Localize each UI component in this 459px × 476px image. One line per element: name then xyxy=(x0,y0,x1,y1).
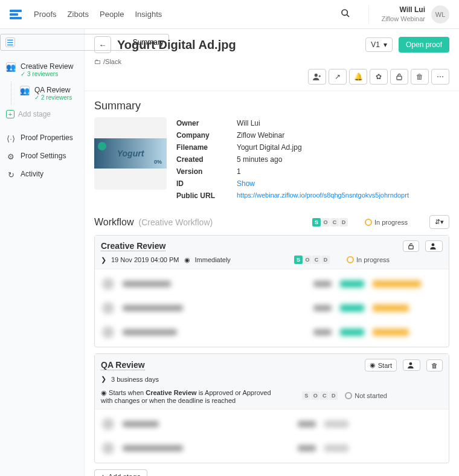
section-heading-summary: Summary xyxy=(85,91,459,117)
stage-delete-button[interactable]: 🗑 xyxy=(426,359,443,371)
workflow-diagram-button[interactable]: ⇵▾ xyxy=(429,215,449,229)
nav-people[interactable]: People xyxy=(100,10,124,19)
summary-table: OwnerWill Lui CompanyZiflow Webinar File… xyxy=(176,117,449,202)
sidebar-item-creative-review[interactable]: 👥 Creative Review ✓ 3 reviewers xyxy=(0,58,84,82)
more-button[interactable]: ⋯ xyxy=(431,69,449,85)
reviewer-count: ✓ 3 reviewers xyxy=(21,71,73,77)
stage-deadline[interactable]: 19 Nov 2019 04:00 PM xyxy=(111,256,179,263)
field-value: Will Lui xyxy=(237,119,260,127)
stage-start-button[interactable]: ◉ Start xyxy=(365,359,397,371)
nav-proofs[interactable]: Proofs xyxy=(34,10,57,19)
user-name: Will Lui xyxy=(381,5,425,15)
nav-zibots[interactable]: Zibots xyxy=(68,10,89,19)
avatar[interactable]: WL xyxy=(431,5,449,24)
new-version-button[interactable]: ✿ xyxy=(370,69,388,85)
unlock-button[interactable] xyxy=(390,69,408,85)
main: ← Yogurt Digital Ad.jpg V1▾ Open proof 🗀… xyxy=(85,29,459,476)
add-stage-button[interactable]: +Add stage xyxy=(94,469,147,476)
svg-rect-4 xyxy=(409,246,413,249)
search-icon[interactable] xyxy=(341,8,350,21)
chevron-right-icon[interactable]: ❯ xyxy=(101,256,106,264)
socd-indicator: SOCD xyxy=(312,218,348,227)
field-label: ID xyxy=(176,179,237,188)
stage-status: In progress xyxy=(347,256,390,263)
stage-name[interactable]: Creative Review xyxy=(101,241,165,251)
summary-icon: ☰ xyxy=(5,37,15,47)
sidebar-item-label: QA Review xyxy=(34,86,72,94)
socd-indicator: SOCD xyxy=(294,256,330,264)
properties-icon: ⟨·⟩ xyxy=(6,133,16,143)
user-company: Ziflow Webinar xyxy=(381,14,425,23)
field-label: Filename xyxy=(176,143,237,152)
user-block[interactable]: Will Lui Ziflow Webinar WL xyxy=(368,5,449,24)
thumb-label: Yogurt xyxy=(117,149,144,158)
stage-desc-bold: Creative Review xyxy=(146,389,196,396)
stage-name[interactable]: QA Review xyxy=(101,360,145,370)
notify-button[interactable]: 🔔 xyxy=(349,69,367,85)
reviewer-count: ✓ 2 reviewers xyxy=(34,94,72,101)
people-icon: 👥 xyxy=(6,62,16,72)
field-label: Company xyxy=(176,131,237,140)
sidebar-item-properties[interactable]: ⟨·⟩ Proof Properties xyxy=(0,129,84,147)
field-label: Version xyxy=(176,167,237,176)
version-dropdown[interactable]: V1▾ xyxy=(365,37,393,52)
field-label: Owner xyxy=(176,119,237,127)
field-value: Yogurt Digital Ad.jpg xyxy=(237,143,302,152)
svg-point-0 xyxy=(342,10,347,15)
logo[interactable] xyxy=(10,10,22,19)
breadcrumb[interactable]: 🗀/Slack xyxy=(85,58,459,69)
stage-lock-button[interactable] xyxy=(403,240,419,252)
socd-indicator: SOCD xyxy=(302,391,338,400)
field-label: Public URL xyxy=(176,191,237,200)
nav-links: Proofs Zibots People Insights xyxy=(34,10,162,19)
field-label: Created xyxy=(176,155,237,164)
stage-qa-review: QA Review ◉ Start 🗑 ❯ 3 business days ◉ … xyxy=(94,353,449,463)
nav-insights[interactable]: Insights xyxy=(135,10,162,19)
stage-creative-review: Creative Review ❯ 19 Nov 2019 04:00 PM ◉… xyxy=(94,235,449,347)
folder-icon: 🗀 xyxy=(94,58,101,65)
stage-duration[interactable]: 3 business days xyxy=(111,376,159,383)
sidebar-item-label: Add stage xyxy=(18,110,51,118)
reviewer-list xyxy=(95,410,449,463)
stage-status: Not started xyxy=(345,392,387,399)
section-heading-workflow: Workflow xyxy=(94,217,134,228)
public-url-link[interactable]: https://webinar.ziflow.io/proof/s8qhg5ns… xyxy=(237,191,409,200)
delete-button[interactable]: 🗑 xyxy=(411,69,429,85)
show-id-link[interactable]: Show xyxy=(237,179,255,188)
svg-point-6 xyxy=(409,362,412,365)
reviewer-list xyxy=(95,269,449,347)
proof-thumbnail[interactable]: Yogurt xyxy=(94,117,167,190)
sidebar-item-activity[interactable]: ↻ Activity xyxy=(0,166,84,184)
workflow-name: (Creative Workflow) xyxy=(139,217,213,227)
chevron-right-icon[interactable]: ❯ xyxy=(101,375,106,383)
back-button[interactable]: ← xyxy=(94,36,111,53)
workflow-status: In progress xyxy=(365,219,408,226)
field-value: Ziflow Webinar xyxy=(237,131,284,140)
top-nav: Proofs Zibots People Insights Will Lui Z… xyxy=(0,0,459,29)
sidebar-item-settings[interactable]: ⚙ Proof Settings xyxy=(0,147,84,166)
sidebar-item-qa-review[interactable]: 👥 QA Review ✓ 2 reviewers xyxy=(14,82,84,105)
svg-line-1 xyxy=(347,14,350,17)
field-value: 5 minutes ago xyxy=(237,155,282,164)
stage-trigger: Immediately xyxy=(195,256,231,263)
activity-icon: ↻ xyxy=(6,170,16,179)
add-person-button[interactable] xyxy=(308,69,326,85)
page-title: Yogurt Digital Ad.jpg xyxy=(117,38,236,52)
action-row: ↗ 🔔 ✿ 🗑 ⋯ xyxy=(85,69,459,91)
sidebar-item-label: Proof Properties xyxy=(21,133,73,142)
open-proof-button[interactable]: Open proof xyxy=(399,37,449,53)
sidebar: ☰ Summary 👥 Creative Review ✓ 3 reviewer… xyxy=(0,29,85,476)
stage-desc: Starts when xyxy=(109,389,146,396)
svg-rect-3 xyxy=(397,76,402,80)
share-button[interactable]: ↗ xyxy=(329,69,347,85)
trigger-icon: ◉ xyxy=(101,389,107,396)
sidebar-add-stage[interactable]: + Add stage xyxy=(0,105,84,123)
svg-point-2 xyxy=(315,74,318,77)
field-value: 1 xyxy=(237,167,241,176)
svg-point-5 xyxy=(432,243,435,246)
stage-people-button[interactable] xyxy=(425,240,443,252)
stage-people-button[interactable] xyxy=(403,359,420,371)
sidebar-item-label: Activity xyxy=(21,170,43,178)
sidebar-item-label: Creative Review xyxy=(21,62,73,71)
gear-icon: ⚙ xyxy=(6,152,16,161)
